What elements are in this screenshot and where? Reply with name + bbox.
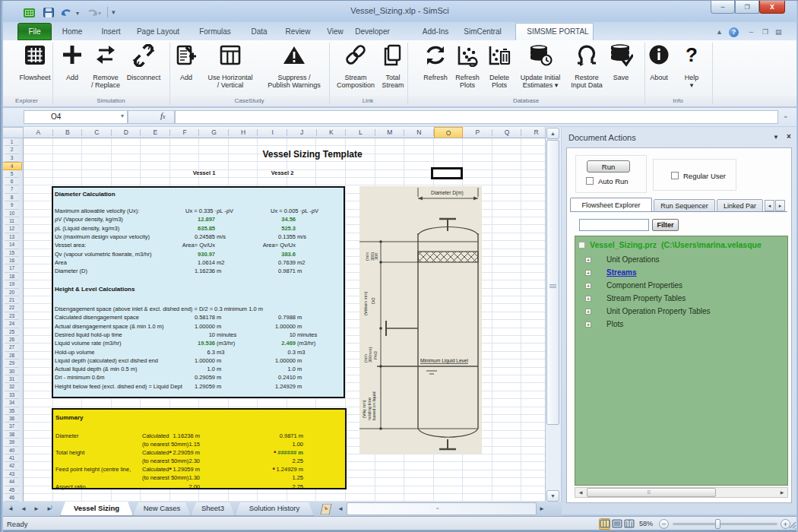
svg-text:(Vdisen min): (Vdisen min) (363, 291, 368, 315)
svg-text:PH3: PH3 (373, 351, 378, 359)
svg-text:(min: (min (365, 252, 369, 261)
svg-text:300: 300 (374, 253, 378, 260)
svg-text:(Vliq min): (Vliq min) (362, 400, 366, 418)
svg-text:based on liquid: based on liquid (372, 391, 376, 420)
svg-text:Diameter D(m): Diameter D(m) (431, 190, 464, 196)
svg-text:300mm): 300mm) (368, 347, 372, 363)
svg-text:Minimum Liquid Level: Minimum Liquid Level (420, 358, 468, 364)
svg-text:D/2: D/2 (371, 297, 375, 304)
